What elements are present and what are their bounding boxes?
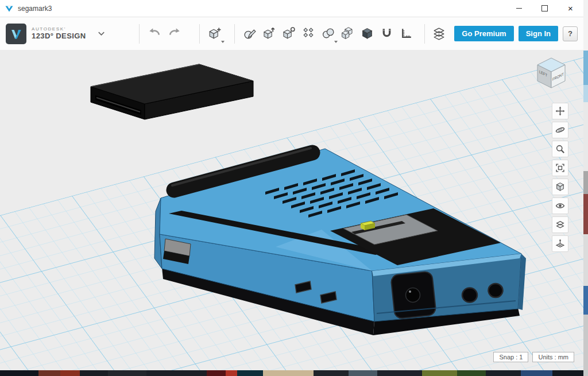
toolbar-separator <box>139 24 140 44</box>
window-controls: × <box>506 0 583 17</box>
view-navbar <box>552 103 568 252</box>
tool-snap-button[interactable] <box>377 22 397 46</box>
app-logo-icon <box>5 5 13 13</box>
ruler-icon <box>399 26 413 41</box>
desktop-right-strip <box>583 0 588 376</box>
3d-viewport-canvas[interactable] <box>0 50 583 370</box>
pan-button[interactable] <box>552 103 568 119</box>
toolbar-separator <box>424 24 425 44</box>
tool-sketch-button[interactable] <box>241 22 260 46</box>
tool-construct-button[interactable] <box>260 22 280 46</box>
grid-diamond-icon <box>555 239 565 249</box>
layers-icon <box>555 220 565 230</box>
tool-grouping-button[interactable] <box>319 22 338 46</box>
chevron-down-icon <box>97 29 106 38</box>
main-menu-dropdown[interactable] <box>94 25 109 42</box>
close-button[interactable]: × <box>558 0 583 17</box>
undo-icon <box>148 26 162 41</box>
fit-frame-icon <box>555 163 565 173</box>
window-title: segamark3 <box>18 5 52 13</box>
tool-measure-button[interactable] <box>397 22 416 46</box>
tool-text-button[interactable] <box>358 22 377 46</box>
snap-setting[interactable]: Snap : 1 <box>493 352 528 362</box>
maximize-button[interactable] <box>532 0 558 17</box>
desktop-bottom-strip <box>0 370 588 376</box>
undo-button[interactable] <box>145 22 165 46</box>
sign-in-button[interactable]: Sign In <box>519 26 558 41</box>
magnet-icon <box>380 26 394 41</box>
pattern-grid-icon <box>301 26 316 41</box>
redo-button[interactable] <box>165 22 184 46</box>
primitives-cube-icon <box>208 26 222 41</box>
minimize-button[interactable] <box>506 0 532 17</box>
layers-icon <box>432 26 446 41</box>
fit-view-button[interactable] <box>552 160 568 176</box>
magnifier-icon <box>555 144 565 154</box>
autodesk-123d-logo-icon <box>6 24 26 44</box>
cartridge-model[interactable] <box>91 64 253 119</box>
grid-settings-button[interactable] <box>552 235 568 252</box>
go-premium-button[interactable]: Go Premium <box>454 26 513 41</box>
3d-viewport[interactable]: LEFT FRONT <box>0 50 583 370</box>
minimize-icon <box>516 8 522 9</box>
help-button[interactable]: ? <box>563 26 578 41</box>
maximize-icon <box>541 5 548 11</box>
brand-block: AUTODESK' 123D° DESIGN <box>6 24 86 44</box>
view-mode-button[interactable] <box>552 179 568 195</box>
brand-product: 123D° DESIGN <box>32 32 86 41</box>
toolbar-separator <box>234 24 235 44</box>
window-titlebar: segamark3 × <box>0 0 583 17</box>
modify-cube-icon <box>282 26 296 41</box>
toolbar-right-cluster: Go Premium Sign In ? <box>454 26 578 41</box>
dropdown-caret-icon <box>334 41 338 43</box>
construct-extrude-icon <box>262 26 277 41</box>
app-window: segamark3 × AUTODESK' 123D° DESIGN <box>0 0 583 376</box>
visibility-button[interactable] <box>552 197 568 214</box>
solid-cube-icon <box>360 26 374 41</box>
zoom-button[interactable] <box>552 141 568 157</box>
grouping-spheres-icon <box>321 26 335 41</box>
tool-modify-button[interactable] <box>280 22 299 46</box>
toolbar-separator <box>199 24 200 44</box>
brand-text: AUTODESK' 123D° DESIGN <box>32 26 86 40</box>
tool-primitives-button[interactable] <box>206 22 225 46</box>
pan-icon <box>555 106 565 116</box>
redo-icon <box>167 26 181 41</box>
dropdown-caret-icon <box>221 41 225 43</box>
main-toolbar: AUTODESK' 123D° DESIGN <box>0 17 583 51</box>
close-icon: × <box>568 4 573 13</box>
view-cube[interactable]: LEFT FRONT <box>531 52 573 90</box>
view-cube-icon <box>555 182 565 192</box>
tool-pattern-button[interactable] <box>299 22 319 46</box>
orbit-button[interactable] <box>552 122 568 138</box>
viewport-statusbar: Snap : 1 Units : mm <box>493 352 574 362</box>
orbit-icon <box>555 125 565 135</box>
tool-view-layers-button[interactable] <box>430 22 449 46</box>
eye-icon <box>555 201 565 211</box>
materials-button[interactable] <box>552 216 568 233</box>
combine-cubes-icon <box>341 26 355 41</box>
tool-combine-button[interactable] <box>338 22 358 46</box>
sketch-pencil-icon <box>243 26 257 41</box>
units-setting[interactable]: Units : mm <box>532 352 574 362</box>
